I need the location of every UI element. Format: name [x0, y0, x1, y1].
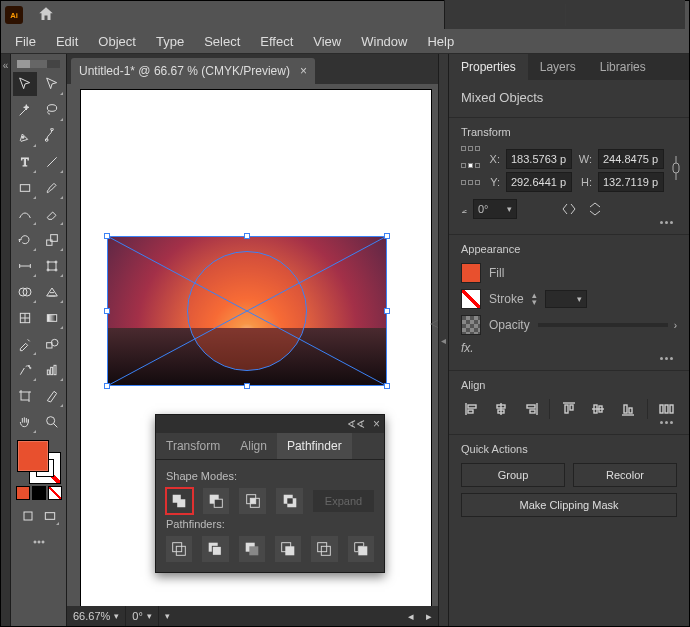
- merge-button[interactable]: [239, 536, 265, 562]
- constrain-proportions-icon[interactable]: [670, 146, 682, 190]
- line-segment-tool[interactable]: [40, 150, 64, 174]
- minus-back-button[interactable]: [348, 536, 374, 562]
- paintbrush-tool[interactable]: [40, 176, 64, 200]
- perspective-grid-tool[interactable]: [40, 280, 64, 304]
- panel-tab-align[interactable]: Align: [230, 433, 277, 459]
- tab-libraries[interactable]: Libraries: [588, 54, 658, 80]
- curvature-tool[interactable]: [40, 124, 64, 148]
- flip-horizontal-icon[interactable]: [559, 200, 579, 218]
- rotate-tool[interactable]: [13, 228, 37, 252]
- panel-tab-pathfinder[interactable]: Pathfinder: [277, 433, 352, 459]
- menu-window[interactable]: Window: [351, 31, 417, 52]
- zoom-tool[interactable]: [40, 410, 64, 434]
- unite-button[interactable]: [166, 488, 193, 514]
- fill-stroke-swatch[interactable]: [17, 440, 61, 484]
- panel-close-icon[interactable]: ×: [373, 417, 380, 431]
- menu-effect[interactable]: Effect: [250, 31, 303, 52]
- align-right-icon[interactable]: [520, 399, 541, 419]
- align-more-icon[interactable]: [656, 419, 677, 426]
- color-mode-none[interactable]: [48, 486, 62, 500]
- artboard-nav[interactable]: ▾: [159, 606, 402, 626]
- symbol-sprayer-tool[interactable]: [13, 358, 37, 382]
- h-field[interactable]: 132.7119 p: [598, 172, 664, 192]
- screen-mode[interactable]: [40, 506, 60, 526]
- selection-bounds[interactable]: [107, 236, 387, 386]
- w-field[interactable]: 244.8475 p: [598, 149, 664, 169]
- minus-front-button[interactable]: [203, 488, 230, 514]
- lasso-tool[interactable]: [40, 98, 64, 122]
- canvas-scrollbar[interactable]: ◁: [430, 293, 438, 353]
- distribute-icon[interactable]: [656, 399, 677, 419]
- color-mode-solid[interactable]: [16, 486, 30, 500]
- fill-swatch[interactable]: [461, 263, 481, 283]
- hand-tool[interactable]: [13, 410, 37, 434]
- panel-tab-transform[interactable]: Transform: [156, 433, 230, 459]
- make-clipping-mask-button[interactable]: Make Clipping Mask: [461, 493, 677, 517]
- transform-more-icon[interactable]: [656, 219, 677, 226]
- panel-collapse-left[interactable]: «: [1, 54, 11, 626]
- tab-properties[interactable]: Properties: [449, 54, 528, 80]
- align-vcenter-icon[interactable]: [588, 399, 609, 419]
- status-scroll-right[interactable]: ▸: [420, 606, 438, 626]
- exclude-button[interactable]: [276, 488, 303, 514]
- scale-tool[interactable]: [40, 228, 64, 252]
- opacity-slider[interactable]: ›: [538, 316, 677, 334]
- eraser-tool[interactable]: [40, 202, 64, 226]
- intersect-button[interactable]: [239, 488, 266, 514]
- menu-view[interactable]: View: [303, 31, 351, 52]
- shape-builder-tool[interactable]: [13, 280, 37, 304]
- flip-vertical-icon[interactable]: [585, 200, 605, 218]
- reference-point[interactable]: [461, 146, 480, 195]
- blend-tool[interactable]: [40, 332, 64, 356]
- tab-layers[interactable]: Layers: [528, 54, 588, 80]
- type-tool[interactable]: T: [13, 150, 37, 174]
- slice-tool[interactable]: [40, 384, 64, 408]
- menu-select[interactable]: Select: [194, 31, 250, 52]
- selection-tool[interactable]: [13, 72, 37, 96]
- magic-wand-tool[interactable]: [13, 98, 37, 122]
- color-mode-gradient[interactable]: [32, 486, 46, 500]
- artboard-tool[interactable]: [13, 384, 37, 408]
- panel-collapse-right[interactable]: ◂: [438, 54, 448, 626]
- panel-collapse-icon[interactable]: ∢∢: [347, 418, 365, 431]
- menu-help[interactable]: Help: [417, 31, 464, 52]
- edit-toolbar[interactable]: [27, 530, 51, 554]
- menu-file[interactable]: File: [5, 31, 46, 52]
- document-tab[interactable]: Untitled-1* @ 66.67 % (CMYK/Preview) ×: [71, 58, 315, 84]
- align-left-icon[interactable]: [461, 399, 482, 419]
- angle-field[interactable]: 0°▾: [473, 199, 517, 219]
- appearance-more-icon[interactable]: [656, 355, 677, 362]
- status-scroll-left[interactable]: ◂: [402, 606, 420, 626]
- menu-type[interactable]: Type: [146, 31, 194, 52]
- trim-button[interactable]: [202, 536, 228, 562]
- fx-label[interactable]: fx.: [461, 341, 677, 355]
- pen-tool[interactable]: [13, 124, 37, 148]
- direct-selection-tool[interactable]: [40, 72, 64, 96]
- opacity-swatch[interactable]: [461, 315, 481, 335]
- rectangle-tool[interactable]: [13, 176, 37, 200]
- menu-object[interactable]: Object: [88, 31, 146, 52]
- stroke-weight-field[interactable]: ▾: [545, 290, 587, 308]
- stroke-stepper[interactable]: ▴▾: [532, 292, 537, 306]
- gradient-tool[interactable]: [40, 306, 64, 330]
- rotate-view[interactable]: 0°▾: [126, 606, 159, 626]
- outline-button[interactable]: [311, 536, 337, 562]
- zoom-level[interactable]: 66.67%▾: [67, 606, 126, 626]
- close-tab-icon[interactable]: ×: [300, 64, 307, 78]
- free-transform-tool[interactable]: [40, 254, 64, 278]
- canvas[interactable]: ∢∢ × Transform Align Pathfinder Shape Mo…: [67, 84, 438, 606]
- divide-button[interactable]: [166, 536, 192, 562]
- mesh-tool[interactable]: [13, 306, 37, 330]
- menu-edit[interactable]: Edit: [46, 31, 88, 52]
- pathfinder-panel[interactable]: ∢∢ × Transform Align Pathfinder Shape Mo…: [155, 414, 385, 573]
- shaper-tool[interactable]: [13, 202, 37, 226]
- recolor-button[interactable]: Recolor: [573, 463, 677, 487]
- eyedropper-tool[interactable]: [13, 332, 37, 356]
- stroke-swatch[interactable]: [461, 289, 481, 309]
- group-button[interactable]: Group: [461, 463, 565, 487]
- home-icon[interactable]: [37, 5, 55, 26]
- column-graph-tool[interactable]: [40, 358, 64, 382]
- align-top-icon[interactable]: [558, 399, 579, 419]
- align-bottom-icon[interactable]: [617, 399, 638, 419]
- width-tool[interactable]: [13, 254, 37, 278]
